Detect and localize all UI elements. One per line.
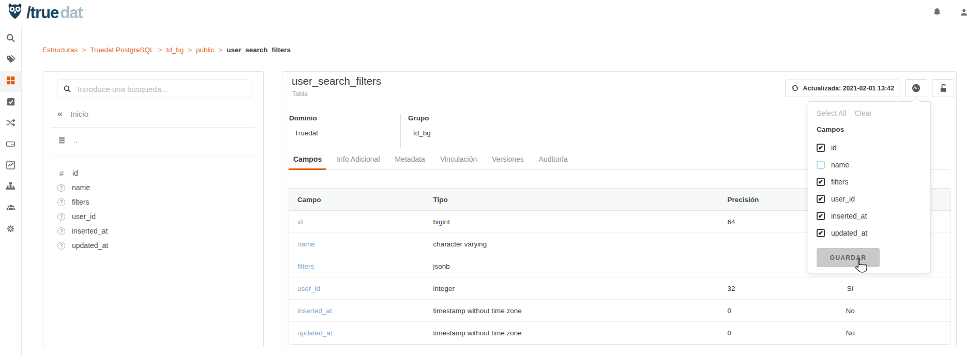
field-label: user_id [72, 212, 96, 221]
sidebar-item-settings[interactable] [0, 219, 21, 240]
sidebar-item-systems[interactable] [0, 134, 21, 156]
field-link-cell[interactable]: name [289, 233, 425, 255]
field-item[interactable]: #id [57, 166, 253, 180]
user-avatar-icon[interactable] [958, 7, 970, 18]
field-label: filters [72, 198, 89, 206]
fields-config-button[interactable] [905, 79, 927, 97]
field-item[interactable]: ?name [57, 180, 253, 195]
info-label: Grupo [408, 114, 431, 122]
logo: /truedat [5, 2, 83, 23]
dropdown-option[interactable]: name [817, 156, 923, 173]
option-label: user_id [831, 195, 855, 203]
sidebar [0, 26, 22, 356]
dropdown-option[interactable]: ✔id [817, 139, 923, 156]
sidebar-item-structures[interactable] [0, 71, 21, 92]
field-label: name [72, 183, 90, 192]
field-item[interactable]: ?filters [57, 195, 253, 209]
clear-link[interactable]: Clear [855, 109, 872, 117]
sidebar-item-quality[interactable] [0, 92, 21, 113]
sidebar-item-taxonomy[interactable] [0, 177, 21, 198]
select-all-link[interactable]: Select All [817, 109, 847, 117]
search-input[interactable] [77, 84, 245, 94]
dropdown-option[interactable]: ✔updated_at [817, 224, 923, 241]
dropdown-group-label: Campos [817, 126, 844, 133]
sidebar-item-search[interactable] [0, 28, 21, 50]
table-row: inserted_attimestamp without time zone0N… [289, 300, 951, 322]
field-item[interactable]: ?updated_at [57, 238, 253, 253]
checkbox-checked-icon[interactable]: ✔ [817, 178, 825, 186]
field-type-cell: integer [425, 277, 719, 300]
sidebar-item-tags[interactable] [0, 50, 21, 71]
divider [51, 157, 255, 157]
top-header: /truedat [0, 0, 980, 25]
breadcrumb-link[interactable]: Truedat PostgreSQL [90, 46, 154, 54]
field-type-cell: jsonb [425, 255, 719, 277]
breadcrumb-separator: > [158, 46, 162, 54]
header-buttons: Actualizada: 2021-02-01 13:42 [785, 79, 954, 97]
field-link-cell[interactable]: filters [289, 255, 425, 277]
breadcrumb-link[interactable]: Estructuras [42, 46, 78, 54]
field-label: id [72, 169, 78, 177]
table-row: updated_attimestamp without time zone0No [289, 322, 951, 344]
checkbox-checked-icon[interactable]: ✔ [817, 212, 825, 220]
checkbox-unchecked-icon[interactable] [817, 161, 825, 169]
question-icon: ? [57, 242, 65, 250]
column-header: Precisión [719, 189, 797, 211]
dropdown-option[interactable]: ✔inserted_at [817, 207, 923, 224]
field-item[interactable]: ?inserted_at [57, 224, 253, 238]
lock-open-button[interactable] [932, 79, 954, 97]
page-subtitle: Tabla [292, 90, 308, 98]
option-label: id [831, 144, 837, 152]
field-link-cell[interactable]: updated_at [289, 322, 425, 344]
breadcrumb-link[interactable]: public [196, 46, 214, 54]
checkbox-checked-icon[interactable]: ✔ [817, 229, 825, 237]
field-nullable-cell: No [796, 322, 951, 344]
field-type-cell: timestamp without time zone [425, 300, 719, 322]
tab-metadata[interactable]: Metadata [390, 150, 430, 169]
info-value: td_bg [408, 129, 431, 137]
field-precision-cell: 32 [719, 277, 797, 300]
field-item[interactable]: ?user_id [57, 209, 253, 224]
field-link-cell[interactable]: inserted_at [289, 300, 425, 322]
option-label: updated_at [831, 229, 867, 237]
home-link[interactable]: « Inicio [57, 108, 88, 119]
notifications-bell-icon[interactable] [931, 7, 943, 18]
users-icon [6, 203, 16, 215]
save-button[interactable]: GUARDAR [817, 248, 880, 267]
tab-campos[interactable]: Campos [289, 150, 326, 169]
breadcrumb-separator: > [188, 46, 192, 54]
tab-auditor-a[interactable]: Auditoría [534, 150, 572, 169]
info-value: Truedat [289, 129, 400, 137]
parent-label: .. [73, 136, 78, 144]
option-label: name [831, 161, 849, 169]
tab-vinculaci-n[interactable]: Vinculación [435, 150, 481, 169]
search-box [57, 80, 251, 98]
home-label: Inicio [70, 110, 88, 118]
chart-line-icon [6, 160, 16, 172]
dropdown-option[interactable]: ✔filters [817, 173, 923, 190]
refresh-button[interactable]: Actualizada: 2021-02-01 13:42 [785, 80, 900, 97]
checkbox-checked-icon[interactable]: ✔ [817, 144, 825, 152]
sidebar-item-lineage[interactable] [0, 113, 21, 134]
breadcrumb-separator: > [82, 46, 86, 54]
sidebar-item-users[interactable] [0, 198, 21, 219]
tab-versiones[interactable]: Versiones [487, 150, 528, 169]
sitemap-icon [6, 181, 16, 193]
field-link-cell[interactable]: user_id [289, 277, 425, 300]
field-type-cell: timestamp without time zone [425, 322, 719, 344]
dropdown-option[interactable]: ✔user_id [817, 190, 923, 207]
fields-list: #id?name?filters?user_id?inserted_at?upd… [57, 166, 253, 253]
question-icon: ? [57, 213, 65, 221]
parent-item[interactable]: .. [57, 134, 78, 146]
fields-dropdown: Select All Clear Campos ✔idname✔filters✔… [808, 101, 931, 273]
collapse-chevrons-icon: « [57, 109, 63, 118]
field-link-cell[interactable]: id [289, 211, 425, 233]
breadcrumb-link[interactable]: td_bg [166, 46, 184, 54]
field-type-cell: character varying [425, 233, 719, 255]
server-icon [6, 139, 16, 151]
sidebar-item-dashboards[interactable] [0, 156, 21, 177]
checkbox-checked-icon[interactable]: ✔ [817, 195, 825, 203]
tab-info-adicional[interactable]: Info Adicional [332, 150, 384, 169]
question-icon: ? [57, 198, 65, 206]
info-group: Grupo td_bg [401, 114, 431, 149]
